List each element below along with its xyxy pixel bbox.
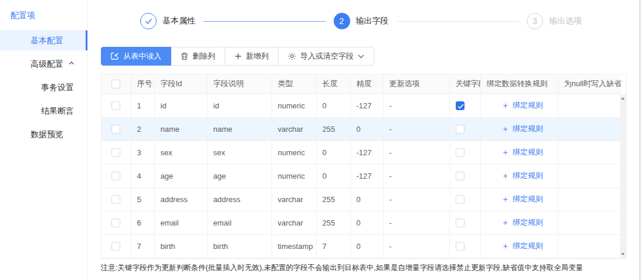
sidebar-item-label: 结果断言: [0, 101, 74, 121]
cell-type: timestamp: [272, 234, 316, 258]
cell-precision: 0: [350, 117, 383, 141]
cell-no: 3: [131, 141, 154, 164]
sidebar-item-data-preview[interactable]: 数据预览: [0, 124, 87, 144]
table-header-row: 序号 字段Id 字段说明 类型 长度 精度 更新选项 关键字段 绑定数据转换规则…: [101, 74, 621, 94]
step-done-check-icon: [140, 13, 157, 29]
cell-update-option: -: [383, 234, 449, 258]
table-row[interactable]: 6 email email varchar 255 0 - +绑定规则: [101, 211, 621, 234]
cell-field-id: birth: [154, 234, 207, 258]
cell-length: 0: [316, 94, 350, 117]
cell-default-value[interactable]: [558, 234, 621, 258]
row-select-checkbox[interactable]: [111, 125, 120, 134]
cell-length: 0: [316, 164, 350, 187]
plus-icon: +: [503, 124, 508, 134]
table-row[interactable]: 5 address address varchar 255 0 - +绑定规则: [101, 187, 621, 211]
cell-length: 7: [316, 234, 350, 258]
table-row[interactable]: 3 sex sex numeric 0 -127 - +绑定规则: [101, 141, 621, 164]
step-connector: [397, 21, 519, 22]
table-row[interactable]: 1 id id numeric 0 -127 - +绑定规则: [101, 94, 621, 117]
col-header-default-value: 为null时写入缺省值: [558, 74, 621, 94]
step-label: 输出字段: [356, 16, 389, 26]
table-row[interactable]: 2 name name varchar 255 0 - +绑定规则: [101, 117, 621, 141]
row-select-checkbox[interactable]: [111, 172, 120, 180]
cell-default-value[interactable]: [558, 211, 621, 234]
cell-precision: 0: [350, 234, 383, 258]
row-select-checkbox[interactable]: [111, 195, 120, 204]
row-select-checkbox[interactable]: [111, 148, 120, 157]
cell-no: 2: [131, 117, 154, 141]
cell-no: 7: [131, 234, 154, 258]
sidebar-item-result-assertion[interactable]: 结果断言: [0, 101, 87, 121]
step-basic-properties[interactable]: 基本属性: [140, 13, 195, 29]
row-select-checkbox[interactable]: [111, 242, 120, 251]
step-label: 基本属性: [162, 16, 195, 26]
bind-rule-link[interactable]: +绑定规则: [481, 147, 543, 158]
cell-default-value[interactable]: [558, 141, 621, 164]
col-header-key-field: 关键字段: [449, 74, 480, 94]
sidebar-item-transaction-settings[interactable]: 事务设置: [0, 77, 87, 97]
plus-icon: +: [503, 241, 508, 251]
key-field-checkbox[interactable]: [456, 125, 465, 134]
delete-column-button[interactable]: 删除列: [171, 47, 225, 66]
button-label: 从表中读入: [123, 51, 161, 62]
output-fields-config-page: 配置项 基本配置 高级配置 事务设置 结果断言 数据预览 基本属: [0, 0, 644, 280]
bind-rule-link[interactable]: +绑定规则: [481, 241, 543, 251]
row-select-checkbox[interactable]: [111, 101, 120, 110]
key-field-checkbox[interactable]: [456, 195, 465, 204]
button-label: 删除列: [192, 51, 215, 62]
key-field-checkbox[interactable]: [456, 148, 465, 157]
read-from-table-button[interactable]: 从表中读入: [101, 47, 171, 66]
sidebar: 配置项 基本配置 高级配置 事务设置 结果断言 数据预览: [0, 0, 88, 280]
table-scrollbar[interactable]: [620, 94, 626, 258]
bind-rule-link[interactable]: +绑定规则: [481, 170, 543, 181]
sidebar-title: 配置项: [0, 0, 87, 27]
cell-default-value[interactable]: [558, 117, 621, 141]
scroll-down-icon[interactable]: [621, 253, 625, 255]
button-label: 导入或清空字段: [300, 51, 354, 62]
sidebar-item-label: 高级配置: [0, 54, 63, 74]
cell-length: 0: [316, 141, 350, 164]
bind-rule-link[interactable]: +绑定规则: [481, 124, 543, 134]
add-column-button[interactable]: 新增列: [225, 47, 279, 66]
row-select-checkbox[interactable]: [111, 218, 120, 227]
cell-no: 1: [131, 94, 154, 117]
toolbar: 从表中读入 删除列 新增列 导入或清空字段: [101, 47, 639, 66]
cell-field-desc: address: [207, 187, 272, 211]
step-output-fields[interactable]: 2 输出字段: [334, 13, 389, 29]
step-number: 2: [334, 13, 350, 29]
cell-type: numeric: [272, 164, 316, 187]
scroll-up-icon[interactable]: [621, 97, 625, 100]
table-row[interactable]: 7 birth birth timestamp 7 0 - +绑定规则: [101, 234, 621, 258]
key-field-checkbox[interactable]: [456, 172, 465, 180]
key-field-checkbox[interactable]: [456, 242, 465, 251]
col-header-field-desc: 字段说明: [207, 74, 272, 94]
plus-icon: +: [503, 218, 508, 227]
bind-rule-label: 绑定规则: [513, 241, 543, 251]
step-output-options[interactable]: 3 输出选项: [527, 13, 582, 29]
cell-precision: -127: [350, 141, 383, 164]
bind-rule-link[interactable]: +绑定规则: [481, 100, 543, 111]
bind-rule-link[interactable]: +绑定规则: [481, 194, 543, 204]
cell-field-id: name: [154, 117, 207, 141]
import-or-clear-fields-button[interactable]: 导入或清空字段: [279, 47, 374, 66]
cell-type: varchar: [272, 117, 316, 141]
cell-type: numeric: [272, 94, 316, 117]
cell-update-option: -: [383, 187, 449, 211]
cell-default-value[interactable]: [558, 187, 621, 211]
footer-note: 注意:关键字段作为更新判断条件(批量插入时无效),未配置的字段不会输出到目标表中…: [101, 263, 639, 273]
plus-icon: +: [503, 194, 508, 204]
cell-length: 255: [316, 211, 350, 234]
sidebar-item-basic-config[interactable]: 基本配置: [0, 30, 87, 50]
sidebar-item-advanced-config[interactable]: 高级配置: [0, 54, 87, 74]
cell-no: 4: [131, 164, 154, 187]
cell-no: 5: [131, 187, 154, 211]
cell-default-value[interactable]: [558, 164, 621, 187]
col-header-field-id: 字段Id: [154, 74, 207, 94]
key-field-checkbox[interactable]: [456, 101, 465, 110]
cell-default-value[interactable]: [558, 94, 621, 117]
key-field-checkbox[interactable]: [456, 218, 465, 227]
table-row[interactable]: 4 age age numeric 0 -127 - +绑定规则: [101, 164, 621, 187]
bind-rule-link[interactable]: +绑定规则: [481, 217, 543, 228]
select-all-checkbox[interactable]: [111, 80, 120, 88]
sidebar-item-label: 数据预览: [0, 124, 63, 144]
